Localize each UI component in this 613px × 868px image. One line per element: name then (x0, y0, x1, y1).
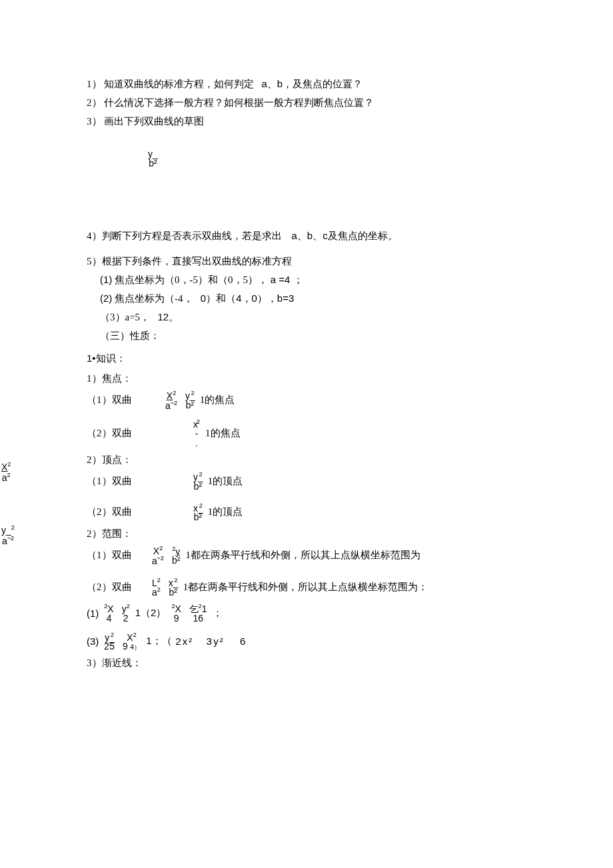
q5-1-text: 焦点坐标为（0，-5）和（0，5）， (115, 274, 268, 285)
frag-top: y_ (148, 149, 158, 159)
eq1-num: (1) (87, 608, 99, 619)
equations-line-2: (3) y_2 25 X2 9 4） 1；（ 2x² 3y² 6 (87, 632, 553, 651)
q5-3-text-a: （3）a=5， (100, 312, 150, 322)
row5-label: （1）双曲 (87, 549, 147, 562)
equations-line-1: (1) 2X 4 y2 2 1（2） 2X 9 乞21 16 ； (87, 604, 553, 623)
q4-text-b: a、b、c及焦点的坐标。 (292, 230, 398, 241)
row6-eq: L2 a2 x_2 b² (151, 578, 179, 597)
section-3-heading: （三）性质： (100, 328, 553, 344)
q5-1-tail: a =4 ； (271, 274, 303, 285)
q5-2-text-b: 0）和（4，0），b=3 (201, 292, 294, 304)
row5-eq: X2 a~2 2y b² (151, 546, 182, 565)
row6-label: （2）双曲 (87, 581, 147, 594)
row4-eq: x_2 b² (192, 503, 204, 522)
row1-label: （1）双曲 (87, 394, 160, 406)
range-heading: 2）范围： (87, 526, 553, 542)
question-2: 2） 什么情况下选择一般方程？如何根据一般方程判断焦点位置？ (87, 95, 553, 111)
row5-tail: 1都在两条平行线和外侧，所以其上点纵横坐标范围为 (186, 549, 421, 562)
q5-2-num: (2) (100, 292, 112, 304)
eq2-num: (3) (87, 636, 99, 647)
focus-row-1: （1）双曲 X2 a~2 y_2 b² 1的焦点 (87, 390, 553, 410)
row3-eq: y_2 b² (192, 472, 204, 491)
knowledge-1: 1•知识： (87, 350, 553, 366)
row3-label: （1）双曲 (87, 475, 160, 488)
eq2-mid: 1；（ (146, 635, 171, 648)
eq2-term2: 3y² (207, 636, 225, 647)
fragment-y-b2: y_ b² (87, 149, 553, 168)
question-3: 3） 画出下列双曲线的草图 (87, 113, 553, 129)
question-1: 1） 知道双曲线的标准方程，如何判定 a、b，及焦点的位置？ (87, 76, 553, 92)
focus-row-2: （2）双曲 x2 - . 1的焦点 (87, 419, 553, 448)
q4-text-a: 4）判断下列方程是否表示双曲线，若是求出 (87, 230, 282, 241)
range-row-1: （1）双曲 X2 a~2 2y b² 1都在两条平行线和外侧，所以其上点纵横坐标… (87, 546, 553, 565)
row1-eq: X2 a~2 y_2 b² (164, 390, 196, 410)
row4-label: （2）双曲 (87, 506, 160, 518)
margin-fragment-1: X2 a2 (1, 462, 11, 483)
q5-sub2: (2) 焦点坐标为（-4， 0）和（4，0），b=3 (100, 290, 553, 306)
vertex-row-2: （2）双曲 x_2 b² 1的顶点 (87, 503, 553, 522)
row6-tail: 1都在两条平行线和外侧，所以其上点纵横坐标范围为： (183, 581, 428, 594)
focus-heading: 1）焦点： (87, 370, 553, 386)
eq1-tail: ； (213, 607, 223, 620)
vertex-row-1: （1）双曲 y_2 b² 1的顶点 (87, 472, 553, 491)
row2-eq: x2 - . (192, 419, 201, 448)
eq1-b: 2X 9 乞21 16 (170, 604, 208, 623)
row4-tail: 1的顶点 (208, 506, 243, 518)
document-body: 1） 知道双曲线的标准方程，如何判定 a、b，及焦点的位置？ 2） 什么情况下选… (87, 73, 553, 673)
row1-tail: 1的焦点 (200, 394, 235, 406)
frag-bot: b² (148, 159, 158, 168)
q1-text-b: a、b，及焦点的位置？ (262, 78, 363, 89)
q5-sub1: (1) 焦点坐标为（0，-5）和（0，5）， a =4 ； (100, 272, 553, 288)
asymptote-heading: 3）渐近线： (87, 655, 553, 671)
eq1-mid: 1（2） (135, 607, 167, 620)
q1-text-a: 1） 知道双曲线的标准方程，如何判定 (87, 79, 254, 89)
question-4: 4）判断下列方程是否表示双曲线，若是求出 a、b、c及焦点的坐标。 (87, 228, 553, 244)
q5-1-num: (1) (100, 274, 112, 285)
q5-3-text-b: 12。 (157, 311, 179, 322)
eq2-a: y_2 25 X2 9 4） (103, 632, 142, 651)
eq1-a: 2X 4 y2 2 (103, 604, 131, 623)
row2-label: （2）双曲 (87, 427, 160, 440)
eq2-term1: 2x² (176, 636, 194, 647)
range-row-2: （2）双曲 L2 a2 x_2 b² 1都在两条平行线和外侧，所以其上点纵横坐标… (87, 578, 553, 597)
vertex-heading: 2）顶点： (87, 452, 553, 468)
eq2-term3: 6 (240, 636, 245, 647)
question-5: 5）根据下列条件，直接写出双曲线的标准方程 (87, 253, 553, 269)
q5-sub3: （3）a=5， 12。 (100, 309, 553, 325)
row2-tail: 1的焦点 (205, 427, 241, 440)
q5-2-text-a: 焦点坐标为（-4， (115, 293, 193, 304)
row3-tail: 1的顶点 (208, 475, 243, 488)
margin-fragment-2: y_2 a~2 (1, 525, 15, 546)
